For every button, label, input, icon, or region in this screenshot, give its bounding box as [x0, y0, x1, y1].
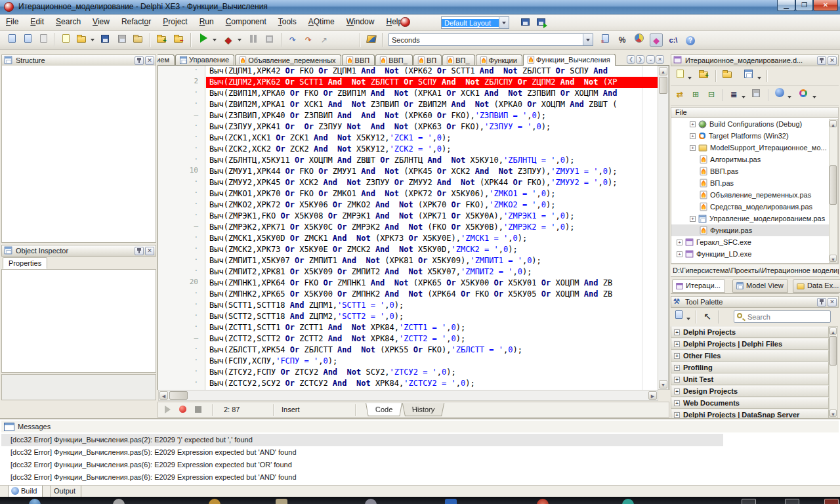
combo-dropdown-icon[interactable] [499, 17, 509, 28]
code-line-27[interactable]: Выч(FСПУ,XСПУ,'FСПУ = ',0); [206, 356, 658, 367]
oi-properties-tab[interactable]: Properties [3, 257, 47, 269]
open-project-icon[interactable] [21, 33, 34, 47]
taskbar-app-icon[interactable] [209, 499, 220, 504]
taskbar-app-icon[interactable] [113, 499, 125, 504]
code-editor[interactable]: ·2··–····10····–····20····–···· Выч(ZЦПМ… [158, 65, 669, 390]
tree-item-ВВП.pas[interactable]: ВВП.pas [671, 165, 838, 177]
tree-item-Функции_LD.exe[interactable]: +Функции_LD.exe [671, 248, 838, 260]
profiler-icon[interactable]: % [616, 33, 629, 47]
tab-scroll-left-icon[interactable]: ❮ [627, 55, 635, 64]
editor-tab-рованием[interactable]: рованием [158, 54, 175, 66]
expand-icon[interactable]: + [690, 121, 696, 127]
sync-icon[interactable]: ⇄ [673, 88, 686, 101]
views-dropdown-icon[interactable] [757, 77, 761, 81]
close-panel-icon[interactable]: ✕ [145, 56, 154, 65]
taskbar-app-icon[interactable] [365, 499, 377, 504]
taskbar-app-icon[interactable] [622, 499, 634, 504]
code-line-5[interactable]: Выч(ZЗПВИП,XPK40 Or ZЗПВИП And And Not (… [206, 110, 658, 121]
code-line-8[interactable]: Выч(ZCK2,XCK2 Or ZCK2 And Not X5КУ12,'ZC… [206, 144, 658, 155]
tab-close-icon[interactable]: ✕ [656, 55, 664, 64]
close-button[interactable]: ✕ [813, 0, 838, 11]
editor-tab-ВП[interactable]: ВП [413, 54, 442, 66]
message-row-2[interactable]: [dcc32 Error] Функции_Вычисления.pas(5):… [1, 446, 723, 459]
activate-dropdown-icon[interactable] [812, 96, 816, 100]
new-project-dropdown-icon[interactable] [688, 77, 692, 81]
tab-list-dropdown-icon[interactable]: ⌄ [646, 55, 655, 64]
expand-icon[interactable]: + [674, 388, 680, 394]
hscroll-thumb[interactable] [169, 391, 188, 400]
editor-vscrollbar[interactable]: ▲ ▼ [658, 66, 669, 390]
collapse-all-icon[interactable]: ⊟ [705, 88, 718, 101]
scroll-up-icon[interactable]: ▲ [659, 67, 667, 75]
pm-file-column-header[interactable]: File [671, 107, 839, 118]
code-line-22[interactable]: Выч(SCTT1,SCTT18 And ZЦПМ1,'SCTT1 = ',0)… [206, 300, 658, 311]
menu-component[interactable]: Component [220, 14, 272, 31]
code-line-17[interactable]: Выч(ZМСК2,XPK73 Or X5КУ0E Or ZМСК2 And N… [206, 244, 658, 255]
code-line-14[interactable]: Выч(ZМРЭК1,FKO Or X5КУ08 Or ZМРЭК1 And N… [206, 211, 658, 222]
code-line-26[interactable]: Выч(ZБЛСТТ,XPK54 Or ZБЛСТТ And Not (XPK5… [206, 345, 658, 356]
code-line-25[interactable]: Выч(ZCTT2,SCTT2 Or ZCTT2 And Not XPK84,'… [206, 333, 658, 345]
code-line-18[interactable]: Выч(ZМПИТ1,X5КУ07 Or ZМПИТ1 And Not (XPK… [206, 255, 658, 266]
editor-tab-ВВП[interactable]: ВВП [342, 54, 375, 66]
editor-tab-ВВП_[interactable]: ВВП_ [375, 54, 413, 66]
add-new-icon[interactable]: + [697, 69, 710, 82]
editor-tab-Функции[interactable]: Функции [476, 54, 522, 66]
code-line-2[interactable]: Выч(ZЦПМ2,XPK62 Or SCTT1 And Not ZБЛСТТ … [206, 77, 658, 88]
run-nodebug-dropdown-icon[interactable] [238, 39, 242, 43]
palette-category-Web Documents[interactable]: +Web Documents [671, 397, 829, 409]
close-panel-icon[interactable]: ✕ [828, 56, 837, 65]
add-to-project-icon[interactable]: + [155, 33, 168, 47]
code-line-10[interactable]: Выч(ZМУУ1,XPK44 Or FKO Or ZМУУ1 And Not … [206, 166, 658, 177]
editor-tab-Управление[interactable]: Управление [175, 54, 234, 66]
palette-category-Delphi Projects | Delphi Files[interactable]: +Delphi Projects | Delphi Files [671, 338, 829, 350]
new-file-icon[interactable] [59, 33, 72, 47]
code-line-7[interactable]: Выч(ZCK1,XCK1 Or ZCK1 And Not X5КУ12,'ZC… [206, 133, 658, 144]
expand-icon[interactable]: + [674, 377, 680, 383]
code-view-tab[interactable]: Code [366, 403, 402, 416]
tool-palette-search[interactable] [734, 310, 831, 323]
structure-tree[interactable] [1, 66, 156, 243]
tree-item-Управление_моделированием.pas[interactable]: +Управление_моделированием.pas [671, 213, 838, 224]
code-line-29[interactable]: Выч(ZСТСУ2,SCУ2 Or ZСТСУ2 And Not XPK84,… [206, 378, 658, 389]
start-orb-icon[interactable] [29, 499, 41, 504]
new-items-icon[interactable] [5, 33, 18, 47]
drive-icon[interactable]: c:\ [667, 33, 680, 47]
windows-taskbar[interactable] [0, 497, 840, 504]
menu-window[interactable]: Window [341, 14, 381, 31]
expand-icon[interactable]: + [677, 251, 682, 257]
pm-tree-scrollbar[interactable]: ▲ ▼ [829, 119, 838, 263]
tree-item-Объявление_переменных.pas[interactable]: Объявление_переменных.pas [671, 189, 838, 201]
expand-all-icon[interactable]: ⊞ [689, 88, 702, 101]
open-icon[interactable] [721, 69, 734, 82]
new-project-icon[interactable] [673, 69, 686, 82]
activate-icon[interactable] [797, 88, 810, 101]
palette-category-Other Files[interactable]: +Other Files [671, 350, 829, 362]
menu-refactor[interactable]: Refactor [116, 14, 157, 31]
help-globe-icon[interactable]: ? [684, 33, 697, 47]
code-line-24[interactable]: Выч(ZCTT1,SCTT1 Or ZCTT1 And Not XPK84,'… [206, 322, 658, 333]
search-input[interactable] [747, 312, 826, 322]
scroll-right-icon[interactable]: ▶ [648, 391, 657, 400]
vscroll-thumb[interactable] [659, 77, 667, 94]
menu-aqtime[interactable]: AQtime [303, 14, 341, 31]
code-area[interactable]: Выч(ZЦПМ1,XPK42 Or FKO Or ZЦПМ1 And Not … [206, 66, 658, 390]
trace-into-icon[interactable]: ↷ [302, 33, 315, 47]
menu-edit[interactable]: Edit [24, 14, 50, 31]
tree-item-Алгоритмы.pas[interactable]: Алгоритмы.pas [671, 154, 838, 165]
set-debug-desktop-icon[interactable] [534, 16, 547, 30]
tab-scroll-right-icon[interactable]: ❯ [636, 55, 644, 64]
tree-item-Средства_моделирования.pas[interactable]: Средства_моделирования.pas [671, 201, 838, 213]
minimize-button[interactable]: ▁ [777, 0, 795, 11]
remove-from-project-icon[interactable]: − [172, 33, 185, 47]
tree-item-Геракл_SFC.exe[interactable]: +Геракл_SFC.exe [671, 236, 838, 248]
run-dropdown-icon[interactable] [213, 39, 217, 43]
code-line-20[interactable]: Выч(ZМПНК1,XPK64 Or FKO Or ZМПНК1 And No… [206, 278, 658, 289]
sort-dropdown-icon[interactable] [742, 96, 746, 100]
pin-icon[interactable] [135, 247, 144, 255]
help-insight-icon[interactable] [365, 33, 378, 47]
taskbar-app-icon[interactable] [276, 499, 287, 504]
find-icon[interactable] [773, 88, 786, 101]
close-panel-icon[interactable]: ✕ [145, 247, 154, 255]
message-row-4[interactable]: [dcc32 Error] Функции_Вычисления.pas(6):… [1, 471, 723, 484]
reports-icon[interactable] [633, 33, 646, 47]
